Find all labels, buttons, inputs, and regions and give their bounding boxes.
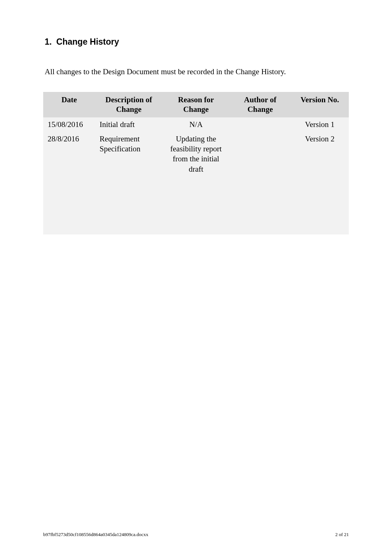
cell-description: Requirement Specification [95, 132, 162, 176]
table-row: 15/08/2016 Initial draft N/A Version 1 [43, 117, 349, 132]
cell-version [291, 191, 349, 205]
cell-author [230, 176, 291, 191]
cell-version [291, 220, 349, 234]
cell-reason [162, 191, 230, 205]
header-date: Date [43, 92, 95, 117]
header-version: Version No. [291, 92, 349, 117]
table-row [43, 176, 349, 191]
table-row [43, 206, 349, 220]
footer-filename: b97fbf5273d50cf108556d864a0345da124809ca… [43, 532, 148, 538]
page-container: 1. Change History All changes to the Des… [0, 0, 392, 556]
intro-paragraph: All changes to the Design Document must … [45, 67, 349, 76]
table-row [43, 220, 349, 234]
cell-date [43, 191, 95, 205]
table-header-row: Date Description of Change Reason for Ch… [43, 92, 349, 117]
cell-description [95, 220, 162, 234]
heading-number: 1. [45, 37, 52, 47]
cell-description [95, 191, 162, 205]
header-author: Author of Change [230, 92, 291, 117]
cell-version: Version 1 [291, 117, 349, 132]
cell-author [230, 206, 291, 220]
cell-author [230, 191, 291, 205]
cell-date [43, 206, 95, 220]
cell-reason: N/A [162, 117, 230, 132]
header-reason: Reason for Change [162, 92, 230, 117]
cell-description: Initial draft [95, 117, 162, 132]
cell-author [230, 220, 291, 234]
cell-date: 28/8/2016 [43, 132, 95, 176]
cell-description [95, 206, 162, 220]
table-row: 28/8/2016 Requirement Specification Upda… [43, 132, 349, 176]
cell-reason [162, 206, 230, 220]
cell-description [95, 176, 162, 191]
cell-date: 15/08/2016 [43, 117, 95, 132]
cell-reason [162, 220, 230, 234]
cell-reason [162, 176, 230, 191]
section-heading: 1. Change History [45, 37, 349, 47]
header-description: Description of Change [95, 92, 162, 117]
table-row [43, 191, 349, 205]
cell-reason: Updating the feasibility report from the… [162, 132, 230, 176]
change-history-table: Date Description of Change Reason for Ch… [43, 92, 349, 234]
cell-date [43, 176, 95, 191]
cell-author [230, 132, 291, 176]
cell-version [291, 206, 349, 220]
cell-version [291, 176, 349, 191]
cell-date [43, 220, 95, 234]
page-footer: b97fbf5273d50cf108556d864a0345da124809ca… [43, 532, 349, 538]
cell-version: Version 2 [291, 132, 349, 176]
cell-author [230, 117, 291, 132]
footer-page-info: 2 of 21 [335, 532, 349, 538]
heading-title: Change History [56, 37, 119, 47]
